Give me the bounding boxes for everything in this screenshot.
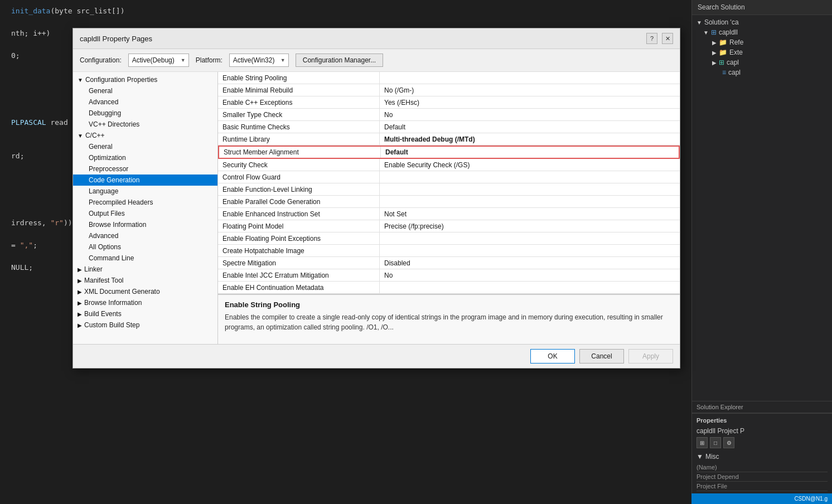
prop-row-parallel-codegen[interactable]: Enable Parallel Code Generation [218, 196, 680, 208]
prop-row-struct-align[interactable]: Struct Member Alignment Default [218, 146, 680, 159]
prop-row-security[interactable]: Security Check Enable Security Check (/G… [218, 159, 680, 171]
prop-row-control-flow[interactable]: Control Flow Guard [218, 171, 680, 183]
tree-cpp-general[interactable]: General [73, 141, 217, 152]
prop-val-string-pooling [380, 72, 680, 84]
prop-row-fp-exceptions[interactable]: Enable Floating Point Exceptions [218, 232, 680, 245]
tree-language[interactable]: Language [73, 186, 217, 197]
desc-text: Enables the compiler to create a single … [225, 312, 673, 332]
prop-val-jcc: No [380, 269, 680, 281]
prop-row-jcc[interactable]: Enable Intel JCC Erratum Mitigation No [218, 269, 680, 282]
tree-code-gen[interactable]: Code Generation [73, 175, 217, 186]
tree-preprocessor[interactable]: Preprocessor [73, 163, 217, 175]
prop-key-struct-align: Struct Member Alignment [219, 147, 381, 158]
prop-icon-2[interactable]: □ [710, 437, 721, 448]
prop-row-spectre[interactable]: Spectre Mitigation Disabled [218, 257, 680, 269]
property-tree: ▼ Configuration Properties General Advan… [73, 72, 218, 344]
close-button[interactable]: ✕ [662, 33, 673, 44]
prop-key-security: Security Check [218, 159, 380, 171]
tree-linker-root[interactable]: ▶ Linker [73, 264, 217, 275]
prop-key-runtime-lib: Runtime Library [218, 133, 380, 145]
prop-row-eh-cont[interactable]: Enable EH Continuation Metadata [218, 282, 680, 294]
prop-val-instr-set: Not Set [380, 208, 680, 220]
config-label: Configuration: [80, 56, 122, 64]
config-select[interactable]: Active(Debug) [128, 54, 189, 67]
folder-icon: 📁 [719, 38, 727, 46]
config-select-wrapper[interactable]: Active(Debug) [128, 54, 189, 67]
tree-advanced2[interactable]: Advanced [73, 230, 217, 241]
tree-cpp-root[interactable]: ▼ C/C++ [73, 130, 217, 141]
xml-label: XML Document Generato [84, 288, 160, 295]
prop-row-runtime-checks[interactable]: Basic Runtime Checks Default [218, 121, 680, 133]
ext-item[interactable]: ▶ 📁 Exte [692, 47, 832, 57]
tree-vc-dirs[interactable]: VC++ Directories [73, 119, 217, 130]
misc-expand: ▼ [696, 453, 703, 461]
prop-row-instr-set[interactable]: Enable Enhanced Instruction Set Not Set [218, 208, 680, 220]
misc-row-file: Project File [696, 482, 828, 491]
prop-row-string-pooling[interactable]: Enable String Pooling [218, 72, 680, 84]
tree-browse-info[interactable]: Browse Information [73, 219, 217, 230]
prop-key-minimal-rebuild: Enable Minimal Rebuild [218, 84, 380, 96]
prop-key-fp-model: Floating Point Model [218, 220, 380, 232]
prop-row-cpp-exceptions[interactable]: Enable C++ Exceptions Yes (/EHsc) [218, 96, 680, 109]
platform-select-wrapper[interactable]: Active(Win32) [229, 54, 289, 67]
solution-root[interactable]: ▼ Solution 'ca [692, 17, 832, 27]
prop-row-smaller-type[interactable]: Smaller Type Check No [218, 109, 680, 121]
misc-row-name: (Name) [696, 463, 828, 472]
property-grid[interactable]: Enable String Pooling Enable Minimal Reb… [218, 72, 680, 294]
prop-key-instr-set: Enable Enhanced Instruction Set [218, 208, 380, 220]
tree-command-line[interactable]: Command Line [73, 253, 217, 264]
prop-val-runtime-checks: Default [380, 121, 680, 133]
prop-key-func-link: Enable Function-Level Linking [218, 183, 380, 195]
prop-val-spectre: Disabled [380, 257, 680, 269]
prop-val-runtime-lib: Multi-threaded Debug (/MTd) [380, 133, 680, 145]
tree-manifest-root[interactable]: ▶ Manifest Tool [73, 275, 217, 286]
cancel-button[interactable]: Cancel [579, 349, 624, 364]
prop-row-minimal-rebuild[interactable]: Enable Minimal Rebuild No (/Gm-) [218, 84, 680, 96]
prop-row-fp-model[interactable]: Floating Point Model Precise (/fp:precis… [218, 220, 680, 232]
properties-subtitle: capldll Project P [696, 427, 828, 435]
tree-xml-root[interactable]: ▶ XML Document Generato [73, 286, 217, 297]
tree-custom-build-root[interactable]: ▶ Custom Build Step [73, 319, 217, 331]
config-manager-button[interactable]: Configuration Manager... [296, 54, 383, 67]
prop-row-runtime-lib[interactable]: Runtime Library Multi-threaded Debug (/M… [218, 133, 680, 146]
apply-button[interactable]: Apply [628, 349, 673, 364]
ref-item[interactable]: ▶ 📁 Refe [692, 37, 832, 47]
tree-debugging[interactable]: Debugging [73, 108, 217, 119]
ok-button[interactable]: OK [530, 349, 575, 364]
prop-val-fp-model: Precise (/fp:precise) [380, 220, 680, 232]
ext-folder-icon: 📁 [719, 49, 727, 56]
prop-key-eh-cont: Enable EH Continuation Metadata [218, 282, 380, 293]
prop-val-eh-cont [380, 282, 680, 293]
prop-row-func-link[interactable]: Enable Function-Level Linking [218, 183, 680, 196]
properties-icons: ⊞ □ ⚙ [696, 437, 828, 448]
properties-title: Properties [696, 417, 828, 424]
capl-label1: capl [727, 59, 739, 66]
tree-output-files[interactable]: Output Files [73, 208, 217, 219]
capl-label2: capl [728, 69, 741, 76]
tree-advanced[interactable]: Advanced [73, 96, 217, 108]
project-node[interactable]: ▼ ⊞ capldll [692, 27, 832, 37]
tree-browse-root[interactable]: ▶ Browse Information [73, 297, 217, 308]
prop-icon-1[interactable]: ⊞ [696, 437, 708, 448]
help-button[interactable]: ? [646, 33, 657, 44]
prop-row-hotpatch[interactable]: Create Hotpatchable Image [218, 245, 680, 257]
platform-select[interactable]: Active(Win32) [229, 54, 289, 67]
dialog-controls: ? ✕ [646, 33, 673, 44]
tree-all-options[interactable]: All Options [73, 241, 217, 253]
tree-build-events-root[interactable]: ▶ Build Events [73, 308, 217, 319]
project-icon: ⊞ [711, 28, 717, 36]
xml-tri: ▶ [78, 289, 82, 295]
tree-general[interactable]: General [73, 85, 217, 96]
expand-arrow: ▼ [696, 20, 702, 26]
solution-tree: ▼ Solution 'ca ▼ ⊞ capldll ▶ 📁 Refe ▶ 📁 … [692, 15, 832, 401]
capl-item1[interactable]: ▶ ⊞ capl [692, 57, 832, 67]
config-props-root[interactable]: ▼ Configuration Properties [73, 74, 217, 85]
config-row: Configuration: Active(Debug) Platform: A… [73, 49, 680, 72]
capl-arrow: ▶ [712, 60, 717, 66]
ext-arrow: ▶ [712, 50, 717, 56]
tree-precomp-hdrs[interactable]: Precompiled Headers [73, 197, 217, 208]
capl-item2[interactable]: ≡ capl [692, 67, 832, 77]
prop-key-smaller-type: Smaller Type Check [218, 109, 380, 120]
tree-optimization[interactable]: Optimization [73, 152, 217, 163]
prop-icon-3[interactable]: ⚙ [723, 437, 734, 448]
